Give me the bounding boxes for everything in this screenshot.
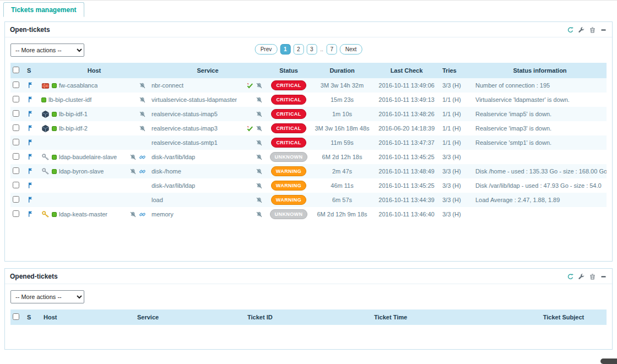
status-badge: CRITICAL	[271, 138, 306, 148]
select-all-checkbox[interactable]	[13, 67, 19, 73]
service-name[interactable]: realservice-status-imap3	[151, 125, 218, 132]
col-ticket-id[interactable]: Ticket ID	[245, 309, 372, 325]
row-checkbox[interactable]	[13, 139, 19, 145]
status-badge: UNKNOWN	[270, 152, 308, 162]
service-trailing-icons	[256, 96, 264, 104]
host-trailing-icons	[129, 154, 147, 161]
collapse-icon[interactable]	[600, 273, 607, 280]
col-tries[interactable]: Tries	[440, 63, 473, 78]
row-checkbox[interactable]	[13, 153, 19, 160]
row-checkbox[interactable]	[13, 96, 19, 102]
last-check-cell: 2016-06-20 14:18:39	[373, 121, 440, 135]
page-button-7[interactable]: 7	[327, 44, 337, 55]
service-trailing-icons	[256, 168, 264, 175]
refresh-icon[interactable]	[567, 26, 574, 34]
page-button-3[interactable]: 3	[306, 44, 317, 55]
collapse-icon[interactable]	[600, 26, 607, 34]
service-name[interactable]: memory	[151, 211, 174, 218]
status-badge: UNKNOWN	[270, 209, 308, 219]
key-yellow-icon	[41, 210, 50, 219]
horizontal-scrollbar-thumb[interactable]	[600, 358, 617, 364]
col-host[interactable]: Host	[39, 63, 149, 78]
service-name[interactable]: load	[151, 197, 163, 203]
table-header-row: S Host Service Ticket ID Ticket Time Tic…	[10, 309, 607, 325]
col-last-check[interactable]: Last Check	[373, 63, 440, 78]
row-checkbox[interactable]	[13, 210, 19, 217]
host-trailing-icons	[139, 111, 147, 118]
tries-cell: 3/3 (H)	[440, 207, 473, 221]
page-button-1[interactable]: 1	[280, 44, 290, 55]
status-badge: CRITICAL	[271, 95, 306, 105]
status-information-cell: Disk /var/lib/ldap - used : 47.93 Go - s…	[473, 178, 607, 193]
bell-mute-icon	[139, 111, 146, 118]
col-service[interactable]: Service	[135, 309, 245, 325]
service-name[interactable]: realservice-status-smtp1	[151, 139, 218, 146]
trash-icon[interactable]	[589, 26, 596, 34]
prev-page-button[interactable]: Prev	[255, 44, 278, 55]
bell-mute-icon	[256, 182, 263, 189]
trash-icon[interactable]	[589, 273, 596, 280]
service-name[interactable]: disk-/var/lib/ldap	[151, 182, 195, 189]
row-checkbox[interactable]	[13, 124, 19, 131]
link-icon[interactable]	[139, 154, 146, 161]
host-name[interactable]: ldap-byron-slave	[59, 168, 104, 175]
more-actions-select[interactable]: -- More actions --	[10, 44, 84, 57]
tab-tickets-management[interactable]: Tickets management	[3, 2, 84, 17]
status-information-cell: Disk /home - used : 135.33 Go - size : 1…	[473, 164, 607, 178]
col-severity[interactable]: S	[25, 63, 39, 78]
tries-cell: 3/3 (H)	[440, 193, 473, 207]
host-name[interactable]: ldap-keats-master	[59, 211, 107, 218]
host-name[interactable]: lb-bip-idf-1	[59, 111, 88, 117]
refresh-icon[interactable]	[567, 273, 574, 280]
flag-icon	[27, 210, 34, 218]
service-name[interactable]: nbr-connect	[151, 82, 183, 89]
bell-mute-icon	[256, 96, 263, 104]
service-trailing-icons	[256, 154, 264, 161]
host-name[interactable]: lb-bip-cluster-idf	[48, 96, 91, 103]
tries-cell: 1/1 (H)	[440, 107, 473, 121]
last-check-cell: 2016-10-11 13:44:39	[373, 193, 440, 207]
col-status[interactable]: Status	[266, 63, 311, 78]
row-checkbox[interactable]	[13, 196, 19, 203]
col-service[interactable]: Service	[149, 63, 266, 78]
service-name[interactable]: realservice-status-imap5	[151, 111, 218, 117]
host-name[interactable]: ldap-baudelaire-slave	[59, 154, 117, 160]
panel-empty-space	[5, 221, 612, 261]
flag-icon	[27, 124, 34, 132]
service-name[interactable]: disk-/home	[151, 168, 181, 175]
service-name[interactable]: disk-/var/lib/ldap	[151, 154, 195, 160]
wrench-icon[interactable]	[578, 273, 585, 280]
col-ticket-time[interactable]: Ticket Time	[372, 309, 521, 325]
service-name[interactable]: virtualservice-status-ldapmaster	[151, 96, 237, 103]
bell-mute-icon	[139, 125, 146, 132]
row-checkbox[interactable]	[13, 167, 19, 174]
bell-mute-icon	[256, 125, 263, 132]
link-icon[interactable]	[139, 211, 146, 218]
col-status-information[interactable]: Status information	[473, 63, 607, 78]
row-checkbox[interactable]	[13, 110, 19, 117]
row-checkbox[interactable]	[13, 182, 19, 188]
page-button-2[interactable]: 2	[293, 44, 304, 55]
host-trailing-icons	[129, 168, 147, 175]
host-name[interactable]: fw-casablanca	[59, 82, 98, 89]
link-icon[interactable]	[139, 168, 146, 175]
opened-tickets-toolbar: -- More actions --	[5, 284, 612, 309]
col-severity[interactable]: S	[25, 309, 41, 325]
more-actions-select[interactable]: -- More actions --	[10, 290, 84, 303]
panel-empty-space	[5, 325, 612, 349]
last-check-cell: 2016-10-11 13:48:26	[373, 107, 440, 121]
cube-icon	[41, 124, 50, 133]
col-duration[interactable]: Duration	[311, 63, 373, 78]
next-page-button[interactable]: Next	[340, 44, 362, 55]
host-name[interactable]: lb-bip-idf-2	[59, 125, 88, 132]
service-trailing-icons	[256, 111, 264, 118]
col-host[interactable]: Host	[41, 309, 135, 325]
tries-cell: 1/1 (H)	[440, 121, 473, 135]
status-badge: CRITICAL	[271, 123, 306, 133]
row-checkbox[interactable]	[13, 82, 19, 88]
col-ticket-subject[interactable]: Ticket Subject	[521, 309, 607, 325]
bell-mute-icon	[256, 154, 263, 161]
wrench-icon[interactable]	[578, 26, 585, 34]
bell-mute-icon	[139, 96, 146, 104]
select-all-checkbox[interactable]	[13, 313, 19, 320]
